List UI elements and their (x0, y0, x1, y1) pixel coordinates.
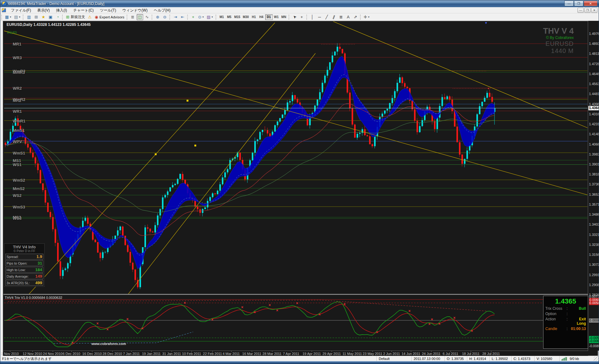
thv-copyright: © By Cobraforex (543, 36, 574, 40)
child-close-button[interactable]: ✕ (591, 8, 597, 13)
drawing-tools-button[interactable]: ✚▼ (363, 14, 371, 20)
crosshair-button[interactable]: + (299, 14, 305, 20)
new-order-label: 新規注文 (71, 15, 85, 19)
navigator-button[interactable]: ★ (40, 14, 46, 20)
timeframe-m30[interactable]: M30 (241, 14, 250, 20)
expert-advisors-label: Expert Advisors (100, 15, 124, 19)
zoom-in-button[interactable]: ⊕ (154, 14, 161, 20)
chart-area[interactable]: ××××××××××××××××××××× EURUSD,Daily 1.433… (0, 21, 599, 356)
templates-button[interactable]: ▨▼ (206, 14, 214, 20)
svg-text:×: × (276, 308, 278, 313)
timeframe-m1[interactable]: M1 (218, 14, 226, 20)
fibonacci-button[interactable]: ≣ (338, 14, 344, 20)
dropdown-arrow-icon[interactable]: ▼ (202, 16, 204, 18)
close-button[interactable]: ✕ (584, 1, 597, 6)
price-scale-label: 1.35710 (589, 203, 599, 207)
date-label: 2 Jun 2011 (383, 352, 400, 356)
strategy-tester-button[interactable]: ◔ (54, 14, 61, 20)
price-scale-label: 1.46460 (589, 72, 599, 76)
timeframe-d1[interactable]: D1 (265, 14, 273, 20)
maximize-button[interactable]: ❐ (574, 1, 583, 6)
date-label: 16 Dec 2010 (82, 352, 102, 356)
info-row-value: 31 (38, 261, 42, 266)
svg-text:×: × (408, 309, 411, 313)
toolbar-grip (169, 15, 171, 20)
price-scale-label: 1.39835 (589, 152, 599, 156)
date-label: 7 Apr 2011 (283, 352, 299, 356)
price-scale-label: 1.49760 (589, 32, 599, 36)
signal-row-value: 01:00:13 (570, 327, 586, 331)
toolbar-grip (360, 15, 361, 20)
timeframe-m5[interactable]: M5 (226, 14, 233, 20)
chart-line-button[interactable]: ∿ (144, 14, 150, 20)
menu-item-3[interactable]: チャート(C) (70, 7, 97, 13)
chart-bars-button[interactable]: ≣ (129, 14, 136, 20)
auto-scroll-button[interactable]: ⇥ (172, 14, 179, 20)
cursor-button[interactable]: ➤ (291, 14, 298, 20)
menu-item-6[interactable]: ヘルプ(H) (151, 7, 174, 13)
timeframe-h4[interactable]: H4 (258, 14, 265, 20)
info-row-label: Pips to Open: (7, 261, 27, 265)
dropdown-arrow-icon[interactable]: ▼ (19, 16, 21, 18)
data-window-button[interactable]: ⊞ (33, 14, 39, 20)
equidistant-channel-button[interactable]: ∥ (331, 14, 337, 20)
resize-grip[interactable] (594, 356, 599, 361)
pivot-label-wr3: WR3 (13, 55, 22, 60)
arrow-label-button[interactable]: ⇗ (352, 14, 359, 20)
terminal-button[interactable]: ▣ (47, 14, 54, 20)
horizontal-line-button[interactable]: ─ (316, 14, 323, 20)
chart-canvas[interactable]: ××××××××××××××××××××× (3, 21, 588, 351)
status-close: C: 1.41573 (511, 356, 534, 361)
new-chart-button[interactable]: ▦▼ (4, 14, 12, 20)
chart-candles-button[interactable]: ◫ (137, 14, 143, 20)
timeframe-m15[interactable]: M15 (233, 14, 241, 20)
text-button[interactable]: A (345, 14, 352, 20)
menu-item-1[interactable]: 表示(V) (34, 7, 53, 13)
timeframe-mn[interactable]: MN (280, 14, 288, 20)
price-scale-label: 1.43985 (589, 102, 599, 106)
new-order-button[interactable]: ⊞新規注文 (65, 14, 86, 20)
timeframe-h1[interactable]: H1 (250, 14, 258, 20)
date-label: 19 Jan 2011 (142, 352, 161, 356)
chart-profiles-button[interactable]: ▤▼ (13, 14, 22, 20)
cursor-icon: ➤ (292, 14, 297, 20)
market-watch-button[interactable]: ▥ (26, 14, 32, 20)
periods-icon: ⊙ (198, 15, 202, 19)
menu-item-4[interactable]: ツール(T) (97, 7, 119, 13)
alert-down-arrow-icon: ▼ (485, 21, 488, 25)
dropdown-arrow-icon[interactable]: ▼ (368, 16, 370, 18)
periods-button[interactable]: ⊙▼ (197, 14, 205, 20)
taskbar-edge (0, 361, 599, 364)
price-scale-label: 1.48110 (589, 52, 599, 56)
status-bar: F1キーでヘルプが表示されます Default 2011.07.13 00:00… (0, 356, 599, 361)
svg-text:×: × (241, 305, 243, 309)
timeframe-w1[interactable]: W1 (273, 14, 280, 20)
toolbar: ▦▼▤▼▥⊞★▣◔⊞新規注文⚠◉Expert Advisors≣◫∿⊕⊖⇥⇤+⊙… (0, 13, 599, 21)
chart-shift-icon: ⇤ (181, 15, 184, 19)
dropdown-arrow-icon[interactable]: ▼ (9, 16, 12, 18)
metaeditor-button[interactable]: ⚠ (86, 14, 93, 20)
child-minimize-button[interactable]: — (577, 8, 584, 13)
zoom-out-button[interactable]: ⊖ (162, 14, 168, 20)
chart-shift-button[interactable]: ⇤ (179, 14, 186, 20)
menu-item-0[interactable]: ファイル(F) (8, 7, 34, 13)
pivot-label-wms2: WmS2 (13, 178, 25, 183)
trendline-button[interactable]: ╱ (324, 14, 330, 20)
menu-item-5[interactable]: ウィンドウ(W) (119, 7, 151, 13)
status-profile[interactable]: Default (377, 356, 412, 361)
expert-advisors-button[interactable]: ◉Expert Advisors (94, 14, 125, 20)
pivot-label-mms1: MmS1 (13, 128, 25, 133)
pivot-label-ws1: WS1 (13, 162, 22, 167)
signal-row-colon: : (567, 312, 570, 316)
chart-bars-icon: ≣ (131, 15, 134, 19)
menu-item-2[interactable]: 挿入(I) (53, 7, 70, 13)
minimize-button[interactable]: — (564, 1, 574, 6)
app-icon (2, 2, 7, 6)
vertical-line-button[interactable]: │ (309, 14, 316, 20)
auto-scroll-icon: ⇥ (174, 15, 177, 19)
dropdown-arrow-icon[interactable]: ▼ (211, 16, 213, 18)
indicators-list-button[interactable]: + (190, 14, 197, 20)
child-restore-button[interactable]: ❐ (584, 8, 591, 13)
price-scale-label: 1.36535 (589, 193, 599, 197)
expert-advisors-icon: ◉ (95, 15, 98, 19)
